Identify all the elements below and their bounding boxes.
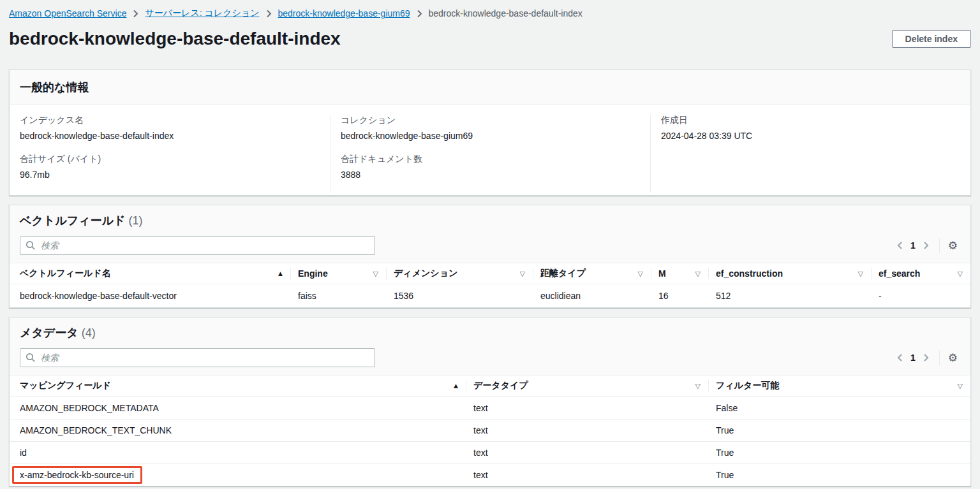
column-header-ef-search[interactable]: ef_search▽ [871,263,970,284]
sort-down-icon: ▽ [638,270,643,277]
column-label: Engine [298,268,328,279]
field-total-size: 合計サイズ (バイト) 96.7mb [20,154,320,180]
chevron-right-icon [133,10,138,18]
divider [939,238,940,253]
column-header-ef-construction[interactable]: ef_construction▽ [708,263,871,284]
metadata-table-row: AMAZON_BEDROCK_METADATA text False [10,397,970,419]
cell-mapping-field-text: x-amz-bedrock-kb-source-uri [20,470,134,480]
cell-filterable: True [708,448,970,458]
cell-m: 16 [651,291,708,301]
page-number[interactable]: 1 [907,353,919,363]
metadata-pagination: 1 ⚙ [893,350,960,365]
page: Amazon OpenSearch Service サーバーレス: コレクション… [0,0,980,486]
field-index-name: インデックス名 bedrock-knowledge-base-default-i… [20,115,320,141]
column-label: 距離タイプ [540,268,586,279]
cell-filterable: False [708,403,970,413]
vector-fields-toolbar: ベクトルフィールド (1) 1 ⚙ [10,205,970,263]
cell-ef-construction: 512 [708,291,871,301]
metadata-search [20,348,375,367]
cell-filterable: True [708,470,970,480]
gear-icon: ⚙ [948,239,958,252]
field-label: 合計ドキュメント数 [341,154,640,165]
column-label: フィルター可能 [716,380,779,391]
cell-mapping-field: AMAZON_BEDROCK_TEXT_CHUNK [10,425,466,435]
metadata-count: (4) [82,326,96,339]
cell-ef-search: - [871,291,970,301]
field-label: インデックス名 [20,115,320,126]
vector-pagination: 1 ⚙ [893,238,960,253]
field-value: 96.7mb [20,170,320,180]
cell-dimension: 1536 [386,291,533,301]
chevron-left-icon [897,241,903,250]
metadata-title: メタデータ (4) [20,325,960,340]
general-info-title: 一般的な情報 [20,80,960,95]
pagination-prev-button[interactable] [893,351,907,365]
breadcrumb: Amazon OpenSearch Service サーバーレス: コレクション… [9,0,971,19]
metadata-table-row: x-amz-bedrock-kb-source-uri text True [10,463,970,486]
sort-down-icon: ▽ [373,270,378,277]
breadcrumb-item-collection[interactable]: bedrock-knowledge-base-gium69 [278,8,410,18]
vector-fields-panel: ベクトルフィールド (1) 1 ⚙ ベクトルフィールド名▲ Engine▽ ディ… [9,205,971,308]
column-label: データタイプ [473,380,528,391]
sort-down-icon: ▽ [958,270,963,277]
column-header-dimension[interactable]: ディメンション▽ [386,263,533,284]
pagination-next-button[interactable] [919,238,933,252]
cell-engine: faiss [290,291,386,301]
chevron-left-icon [897,353,903,362]
metadata-search-input[interactable] [20,348,375,367]
info-column: コレクション bedrock-knowledge-base-gium69 合計ド… [330,115,650,193]
sort-down-icon: ▽ [520,270,525,277]
sort-down-icon: ▽ [858,270,863,277]
pagination-next-button[interactable] [919,351,933,365]
sort-asc-icon: ▲ [278,271,283,277]
search-icon [26,353,36,365]
cell-mapping-field: x-amz-bedrock-kb-source-uri [10,466,466,484]
metadata-toolbar: メタデータ (4) 1 ⚙ [10,317,970,375]
field-value: 3888 [341,170,640,180]
column-header-engine[interactable]: Engine▽ [290,263,386,284]
column-label: マッピングフィールド [20,380,111,391]
sort-down-icon: ▽ [695,270,701,277]
column-header-data-type[interactable]: データタイプ▽ [466,376,708,396]
column-label: ディメンション [394,268,457,279]
breadcrumb-item-opensearch-service[interactable]: Amazon OpenSearch Service [9,8,126,18]
table-settings-button[interactable]: ⚙ [946,239,960,252]
column-header-mapping-field[interactable]: マッピングフィールド▲ [10,376,466,396]
column-label: M [658,268,666,279]
field-label: コレクション [341,115,640,126]
field-collection: コレクション bedrock-knowledge-base-gium69 [341,115,640,141]
metadata-table-row: id text True [10,441,970,463]
vector-fields-count: (1) [128,214,142,227]
cell-filterable: True [708,425,970,435]
chevron-right-icon [923,353,929,362]
cell-mapping-field: id [10,448,466,458]
cell-data-type: text [466,403,708,413]
column-header-filterable[interactable]: フィルター可能▽ [708,376,970,396]
table-settings-button[interactable]: ⚙ [946,351,960,365]
column-header-distance-type[interactable]: 距離タイプ▽ [533,263,651,284]
metadata-table-row: AMAZON_BEDROCK_TEXT_CHUNK text True [10,419,970,441]
field-label: 合計サイズ (バイト) [20,154,320,165]
cell-mapping-field: AMAZON_BEDROCK_METADATA [10,403,466,413]
column-label: ef_construction [716,268,783,279]
vector-fields-toolbar-row: 1 ⚙ [20,236,960,255]
sort-down-icon: ▽ [695,383,701,390]
vector-search-input[interactable] [20,236,375,255]
page-number[interactable]: 1 [907,240,919,251]
divider [939,350,940,365]
vector-fields-title: ベクトルフィールド (1) [20,213,960,228]
pagination-prev-button[interactable] [893,238,907,252]
delete-index-button[interactable]: Delete index [892,30,971,48]
column-header-m[interactable]: M▽ [651,263,708,284]
chevron-right-icon [266,10,272,18]
column-header-vector-field-name[interactable]: ベクトルフィールド名▲ [10,263,290,284]
general-info-panel: 一般的な情報 インデックス名 bedrock-knowledge-base-de… [9,69,971,196]
breadcrumb-item-serverless-collections[interactable]: サーバーレス: コレクション [145,8,259,19]
column-label: ベクトルフィールド名 [20,268,111,279]
field-value: bedrock-knowledge-base-gium69 [341,131,640,141]
page-header: bedrock-knowledge-base-default-index Del… [9,29,971,49]
cell-distance-type: euclidiean [533,291,651,301]
metadata-toolbar-row: 1 ⚙ [20,348,960,367]
breadcrumb-item-current-index: bedrock-knowledge-base-default-index [429,8,583,18]
cell-data-type: text [466,448,708,458]
